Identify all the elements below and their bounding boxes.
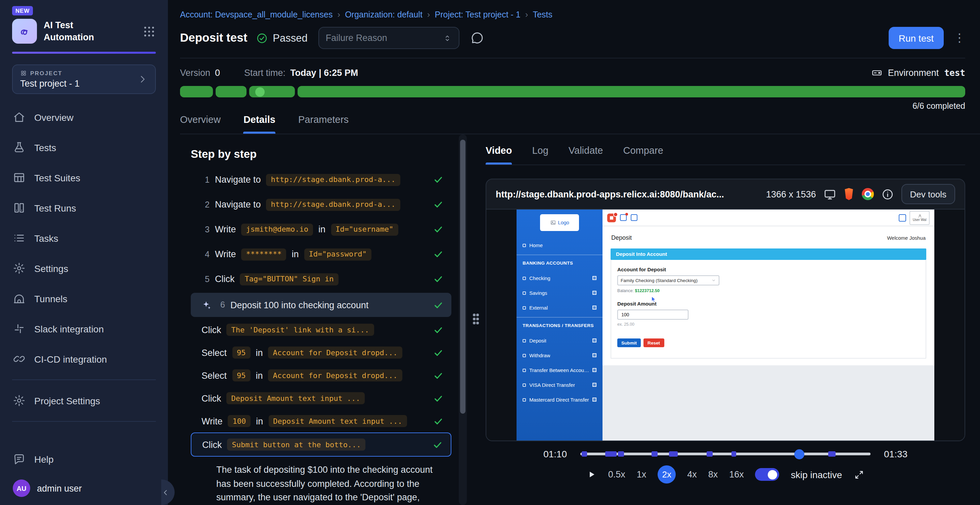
step-row[interactable]: Select95inAccount for Deposit dropd... xyxy=(191,341,451,364)
bank-nav-header: BANKING ACCOUNTS xyxy=(517,254,603,271)
video-tab-compare[interactable]: Compare xyxy=(623,145,663,165)
step-action-text: in xyxy=(292,249,299,259)
sidebar-item-tunnels[interactable]: Tunnels xyxy=(5,283,162,314)
panel-resizer[interactable] xyxy=(467,134,486,505)
scrollbar-thumb[interactable] xyxy=(460,140,466,414)
step-target-chip: The 'Deposit' link with a si... xyxy=(227,324,374,336)
sidebar-item-ci-cd-integration[interactable]: CI-CD integration xyxy=(5,344,162,374)
speed-2x[interactable]: 2x xyxy=(658,465,676,483)
brave-browser-icon[interactable] xyxy=(844,188,854,200)
breadcrumb-link-tests[interactable]: Tests xyxy=(533,10,552,19)
speed-4x[interactable]: 4x xyxy=(687,469,697,480)
speed-0-5x[interactable]: 0.5x xyxy=(608,469,625,480)
step-action-text: Select xyxy=(202,348,227,357)
main-area: Account: Devspace_all_module_licenses›Or… xyxy=(168,0,980,505)
step-row[interactable]: 1Navigate tohttp://stage.dbank.prod-a... xyxy=(191,167,451,192)
extension-icon xyxy=(620,214,627,221)
deposit-banner: Deposit Into Account xyxy=(611,248,926,260)
bullet-icon xyxy=(523,339,526,342)
skip-inactive-label: skip inactive xyxy=(791,469,842,480)
step-row[interactable]: 6Deposit 100 into checking account xyxy=(191,293,451,317)
video-viewport[interactable]: Logo HomeBANKING ACCOUNTSCheckingSavings… xyxy=(486,210,964,440)
project-label: PROJECT xyxy=(20,70,137,76)
step-row[interactable]: ClickSubmit button at the botto... xyxy=(191,432,451,457)
run-test-button[interactable]: Run test xyxy=(889,27,944,49)
environment-value: test xyxy=(944,68,965,78)
bank-footer xyxy=(603,365,934,440)
breadcrumb-link-project[interactable]: Project: Test project - 1 xyxy=(435,10,520,19)
step-action-text: in xyxy=(256,416,263,426)
breadcrumb-link-organization[interactable]: Organization: default xyxy=(345,10,423,19)
sidebar-item-tasks[interactable]: Tasks xyxy=(5,223,162,253)
progress-bar xyxy=(168,79,980,97)
check-icon xyxy=(433,393,443,403)
speed-8x[interactable]: 8x xyxy=(708,469,718,480)
sidebar-item-help[interactable]: Help xyxy=(5,444,162,474)
check-icon xyxy=(433,224,443,234)
skip-inactive-toggle[interactable] xyxy=(755,468,780,481)
chrome-browser-icon[interactable] xyxy=(862,188,874,200)
sidebar-item-tests[interactable]: Tests xyxy=(5,132,162,162)
monitor-icon[interactable] xyxy=(824,188,836,200)
tab-overview[interactable]: Overview xyxy=(180,114,221,133)
bank-reset-button: Reset xyxy=(643,338,664,347)
deposit-card: Deposit Into Account Account for Deposit… xyxy=(611,248,926,359)
sidebar-item-test-runs[interactable]: Test Runs xyxy=(5,193,162,223)
playhead[interactable] xyxy=(794,449,804,459)
step-action-text: Write xyxy=(215,249,236,259)
steps-scrollbar[interactable] xyxy=(459,134,467,505)
tab-parameters[interactable]: Parameters xyxy=(298,114,348,133)
step-number: 1 xyxy=(202,175,210,184)
sidebar-item-overview[interactable]: Overview xyxy=(5,102,162,132)
user-menu[interactable]: AU admin user xyxy=(5,474,162,497)
bullet-icon xyxy=(523,306,526,309)
tab-details[interactable]: Details xyxy=(243,114,275,133)
bank-nav-item-deposit: Deposit xyxy=(517,333,603,348)
step-target-chip: http://stage.dbank.prod-a... xyxy=(266,199,400,211)
sidebar-item-slack-integration[interactable]: Slack integration xyxy=(5,314,162,344)
video-scrubber[interactable] xyxy=(580,453,870,455)
video-tab-log[interactable]: Log xyxy=(532,145,548,165)
scrubber-activity-marker xyxy=(669,451,678,457)
step-target-chip: Id="password" xyxy=(304,248,371,260)
video-tab-video[interactable]: Video xyxy=(486,145,512,165)
step-row[interactable]: Select95inAccount for Deposit dropd... xyxy=(191,364,451,387)
step-row[interactable]: 2Navigate tohttp://stage.dbank.prod-a... xyxy=(191,192,451,217)
video-tab-validate[interactable]: Validate xyxy=(569,145,603,165)
step-action-text: Navigate to xyxy=(215,199,261,210)
sidebar-item-project-settings[interactable]: Project Settings xyxy=(5,386,162,416)
step-target-chip: ******** xyxy=(242,248,286,260)
kebab-menu-icon[interactable]: ⋮ xyxy=(954,31,965,45)
step-target-chip: 100 xyxy=(228,415,251,427)
project-selector[interactable]: PROJECT Test project - 1 xyxy=(12,65,156,94)
step-target-chip: Tag="BUTTON" Sign in xyxy=(240,273,339,285)
fullscreen-icon[interactable] xyxy=(853,469,864,480)
step-row[interactable]: ClickDeposit Amount text input ... xyxy=(191,387,451,410)
speed-16x[interactable]: 16x xyxy=(729,469,744,480)
breadcrumb-link-account[interactable]: Account: Devspace_all_module_licenses xyxy=(180,10,332,19)
apps-grid-icon[interactable] xyxy=(142,24,156,38)
comment-icon[interactable] xyxy=(470,31,484,45)
info-icon[interactable] xyxy=(881,188,894,200)
sidebar-item-test-suites[interactable]: Test Suites xyxy=(5,162,162,193)
bank-nav-item-external: External xyxy=(517,300,603,315)
devtools-button[interactable]: Dev tools xyxy=(901,184,955,204)
sidebar-divider xyxy=(12,421,156,422)
sidebar-item-settings[interactable]: Settings xyxy=(5,253,162,283)
step-row[interactable]: 5ClickTag="BUTTON" Sign in xyxy=(191,267,451,291)
start-time-value: Today | 6:25 PM xyxy=(290,68,358,78)
step-row[interactable]: ClickThe 'Deposit' link with a si... xyxy=(191,318,451,341)
step-row[interactable]: 4Write********inId="password" xyxy=(191,242,451,267)
speed-1x[interactable]: 1x xyxy=(637,469,646,480)
breadcrumb-separator-icon: › xyxy=(427,10,430,19)
play-button[interactable] xyxy=(587,469,597,480)
step-target-chip: 95 xyxy=(232,346,251,359)
step-row[interactable]: Write100inDeposit Amount text input ... xyxy=(191,410,451,432)
check-icon xyxy=(433,249,443,259)
user-name: admin user xyxy=(37,483,82,493)
failure-reason-select[interactable]: Failure Reason xyxy=(318,27,460,49)
bank-nav-item-savings: Savings xyxy=(517,286,603,300)
select-chevrons-icon xyxy=(443,33,452,43)
step-summary: The task of depositing $100 into the che… xyxy=(216,464,449,505)
step-row[interactable]: 3Writejsmith@demo.ioinId="username" xyxy=(191,217,451,242)
